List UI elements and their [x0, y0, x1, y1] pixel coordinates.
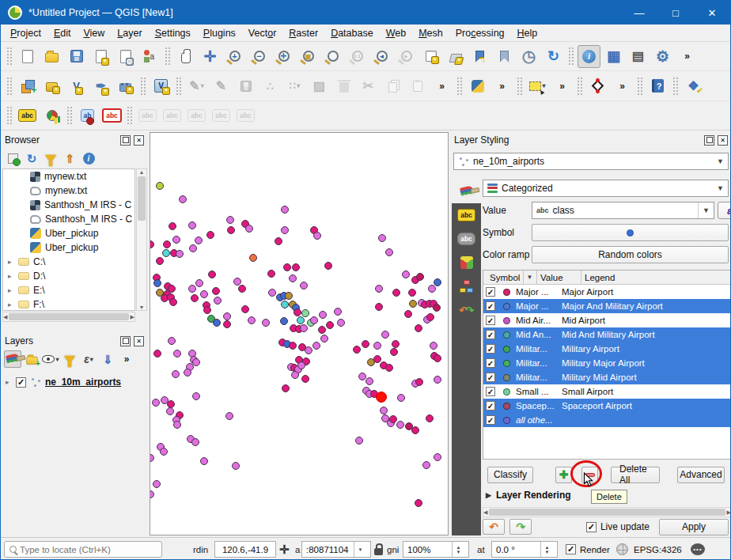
category-checkbox[interactable]: ✓ — [486, 316, 495, 325]
menu-project[interactable]: Project — [4, 26, 47, 40]
open-attribute-table-button[interactable]: ▦ — [602, 45, 625, 68]
new-3d-map-view-button[interactable]: * — [444, 45, 467, 68]
menu-database[interactable]: Database — [324, 26, 380, 40]
menu-web[interactable]: Web — [380, 26, 412, 40]
attributes-overflow-button[interactable]: » — [676, 45, 699, 68]
zoom-in-button[interactable]: + — [223, 45, 246, 68]
browser-item[interactable]: Santhosh_M IRS - C — [3, 198, 134, 212]
layer-diagram-options-button[interactable] — [40, 104, 63, 127]
filter-by-expression-button[interactable]: ε▾ — [80, 350, 97, 368]
new-shapefile-layer-button[interactable]: V* — [65, 74, 88, 97]
add-category-button[interactable]: ✚ — [555, 467, 572, 483]
category-row[interactable]: ✓Militar...Military Major Airport — [483, 356, 731, 370]
plugins-overflow-button[interactable]: » — [490, 74, 513, 97]
zoom-full-button[interactable]: ✛ — [272, 45, 295, 68]
category-row[interactable]: ✓Spacep...Spaceport Airport — [483, 399, 731, 413]
new-spatialite-layer-button[interactable]: ✒* — [89, 74, 112, 97]
filter-legend-button[interactable] — [61, 350, 78, 368]
styling-tab-diagrams[interactable] — [452, 274, 481, 298]
toolbar-grip[interactable] — [6, 77, 13, 96]
menu-help[interactable]: Help — [511, 26, 544, 40]
styling-float-button[interactable] — [704, 135, 714, 146]
collapse-all-button[interactable]: ⇑ — [61, 149, 78, 167]
styling-close-button[interactable]: ✕ — [718, 135, 728, 146]
layers-close-button[interactable]: ✕ — [134, 336, 144, 346]
renderer-selector[interactable]: Categorized ▼ — [483, 180, 729, 197]
pin-unpin-labels-button[interactable]: ab — [76, 104, 99, 127]
scale-box[interactable]: :80871104 ▼ — [301, 541, 371, 558]
digitizing-overflow-button[interactable]: » — [430, 74, 453, 97]
help-contents-button[interactable]: ? — [646, 74, 669, 97]
show-statistical-summary-button[interactable]: ▤ — [627, 45, 650, 68]
category-row[interactable]: ✓Militar...Military Airport — [483, 342, 731, 356]
manage-map-themes-button[interactable]: ▾ — [42, 350, 59, 368]
temporal-controller-button[interactable]: ◷ — [517, 45, 540, 68]
browser-horizontal-scrollbar[interactable]: ◀▶ — [2, 312, 135, 322]
enable-properties-widget-button[interactable]: i — [80, 149, 97, 167]
category-row[interactable]: ✓Major ...Major Airport — [483, 285, 731, 299]
zoom-to-layer-button[interactable]: ▦ — [297, 45, 320, 68]
menu-plugins[interactable]: Plugins — [197, 26, 242, 40]
layers-float-button[interactable] — [120, 336, 131, 346]
identify-features-button[interactable]: i — [578, 45, 600, 68]
save-project-button[interactable] — [65, 45, 88, 68]
category-checkbox[interactable]: ✓ — [486, 344, 495, 354]
coordinate-box[interactable]: 120.6,-41.9 — [214, 541, 276, 558]
expander-icon[interactable]: ▸ — [8, 301, 14, 308]
layer-rendering-section[interactable]: ▶ Layer Rendering — [486, 488, 571, 502]
chevron-down-icon[interactable]: ▼ — [354, 542, 366, 557]
category-symbol-icon[interactable] — [503, 417, 510, 424]
category-symbol-icon[interactable] — [503, 388, 510, 395]
category-row[interactable]: ✓Small ...Small Airport — [483, 384, 731, 399]
pan-map-button[interactable] — [174, 45, 197, 68]
pan-to-selection-button[interactable]: ✛ — [199, 45, 222, 68]
menu-processing[interactable]: Processing — [449, 26, 511, 40]
category-symbol-icon[interactable] — [503, 346, 510, 353]
category-checkbox[interactable]: ✓ — [486, 415, 495, 425]
rotation-box[interactable]: 0.0 ° ▲▼ — [491, 541, 558, 558]
lock-scale-icon[interactable] — [374, 543, 383, 555]
extents-icon[interactable]: ✛ — [279, 543, 290, 555]
vertex-tool-button[interactable] — [586, 74, 609, 97]
category-row[interactable]: ✓Major ...Major And Military Airport — [483, 299, 731, 313]
expand-collapse-all-button[interactable]: ⇓ — [99, 350, 116, 368]
category-symbol-icon[interactable] — [503, 289, 510, 296]
category-checkbox[interactable]: ✓ — [486, 373, 495, 382]
open-layer-styling-panel-button[interactable] — [4, 350, 21, 368]
menu-layer[interactable]: Layer — [111, 26, 148, 40]
selection-overflow-button[interactable]: » — [551, 74, 574, 97]
advanced-button[interactable]: Advanced — [677, 467, 725, 483]
check-geometries-button[interactable]: ❖✔ — [682, 74, 705, 97]
layer-labeling-options-button[interactable]: abc — [16, 104, 39, 127]
live-update-checkbox[interactable]: ✓ — [586, 522, 597, 532]
expander-icon[interactable]: ▸ — [8, 258, 14, 266]
new-print-layout-button[interactable]: * — [89, 45, 112, 68]
symbol-column-header[interactable]: Symbol ▼ — [483, 271, 537, 285]
filter-browser-button[interactable] — [42, 149, 59, 167]
apply-button[interactable]: Apply — [659, 519, 729, 535]
category-row[interactable]: ✓Mid An...Mid And Military Airport — [483, 327, 731, 342]
menu-raster[interactable]: Raster — [282, 26, 324, 40]
add-selected-layers-button[interactable] — [4, 149, 21, 167]
render-option[interactable]: ✓ Render — [566, 544, 610, 554]
menu-edit[interactable]: Edit — [47, 26, 78, 40]
layer-name[interactable]: ne_10m_airports — [45, 376, 121, 388]
new-spatial-bookmark-button[interactable]: * — [468, 45, 491, 68]
category-checkbox[interactable]: ✓ — [486, 301, 495, 311]
open-project-button[interactable] — [40, 45, 63, 68]
symbol-button[interactable] — [532, 224, 729, 241]
menu-view[interactable]: View — [77, 26, 111, 40]
styling-tab-symbology[interactable] — [452, 180, 481, 203]
new-temporary-scratch-layer-button[interactable]: * — [114, 74, 137, 97]
delete-all-button[interactable]: Delete All — [611, 467, 660, 483]
browser-drive-item[interactable]: ▸E:\ — [3, 283, 134, 297]
category-checkbox[interactable]: ✓ — [486, 401, 495, 411]
styling-tab-labels[interactable]: abc — [452, 203, 481, 227]
show-layout-manager-button[interactable]: ⚙ — [114, 45, 137, 68]
menu-settings[interactable]: Settings — [149, 26, 197, 40]
color-ramp-button[interactable]: Random colors — [532, 246, 729, 263]
category-checkbox[interactable]: ✓ — [486, 330, 495, 339]
messages-button[interactable]: ••• — [691, 543, 705, 555]
category-row[interactable]: ✓all othe... — [483, 413, 731, 427]
refresh-browser-button[interactable]: ↻ — [23, 149, 40, 167]
